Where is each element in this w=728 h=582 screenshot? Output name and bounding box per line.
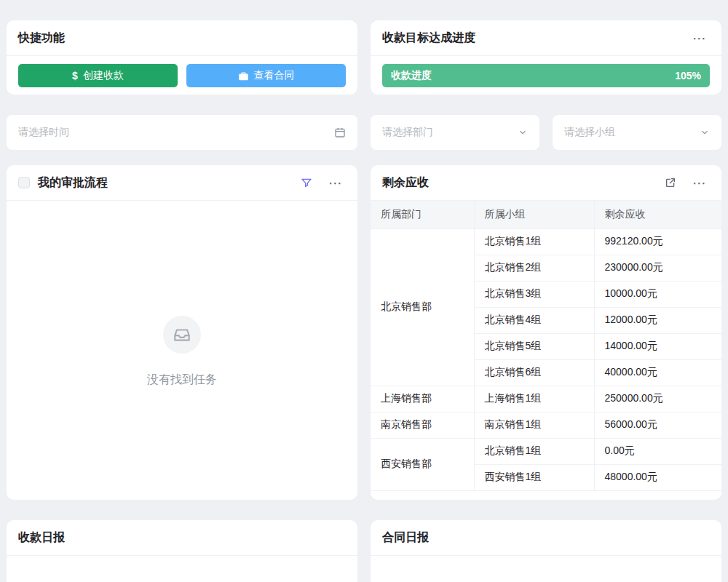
table-row: 北京销售部 北京销售1组 992120.00元	[371, 228, 721, 255]
calendar-icon	[334, 127, 346, 138]
group-cell: 北京销售1组	[474, 438, 594, 464]
more-icon[interactable]: ⋯	[689, 175, 710, 191]
view-contract-button[interactable]: 查看合同	[186, 64, 346, 87]
column-header-amount: 剩余应收	[594, 201, 721, 228]
quick-actions-card: 快捷功能 $ 创建收款 查看合同	[7, 20, 357, 95]
amount-cell: 48000.00元	[594, 464, 721, 490]
amount-cell: 250000.00元	[594, 386, 721, 412]
chevron-down-icon	[518, 127, 528, 137]
approvals-card: 我的审批流程 ⋯ 没有找到任务	[7, 165, 357, 500]
group-cell: 北京销售1组	[474, 228, 594, 255]
group-cell: 上海销售1组	[474, 386, 594, 412]
group-select[interactable]: 请选择小组	[553, 115, 721, 150]
time-picker-placeholder: 请选择时间	[18, 126, 334, 139]
quick-actions-body: $ 创建收款 查看合同	[7, 56, 357, 95]
dept-cell: 上海销售部	[371, 386, 474, 412]
receivables-table: 所属部门 所属小组 剩余应收 北京销售部 北京销售1组 992120.00元 北…	[371, 201, 721, 491]
progress-header: 收款目标达成进度 ⋯	[371, 20, 721, 56]
group-cell: 北京销售6组	[474, 359, 594, 386]
amount-cell: 0.00元	[594, 438, 721, 464]
filter-funnel-icon[interactable]	[298, 175, 315, 190]
payment-report-header: 收款日报	[7, 520, 357, 556]
group-cell: 北京销售4组	[474, 307, 594, 333]
progress-bar: 收款进度 105%	[382, 64, 710, 87]
progress-card: 收款目标达成进度 ⋯ 收款进度 105%	[371, 20, 721, 95]
quick-actions-header: 快捷功能	[7, 20, 357, 56]
top-row: 快捷功能 $ 创建收款 查看合同 收款目标达成进度 ⋯	[7, 20, 721, 95]
create-payment-label: 创建收款	[83, 69, 124, 82]
dept-cell: 南京销售部	[371, 412, 474, 438]
department-select-placeholder: 请选择部门	[382, 126, 518, 139]
progress-bar-label: 收款进度	[391, 69, 432, 82]
bottom-row: 收款日报 合同日报	[7, 520, 721, 582]
progress-bar-value: 105%	[675, 70, 701, 81]
payment-report-title: 收款日报	[18, 530, 65, 546]
amount-cell: 40000.00元	[594, 359, 721, 386]
select-pair: 请选择部门 请选择小组	[371, 115, 721, 150]
amount-cell: 12000.00元	[594, 307, 721, 333]
receivables-title: 剩余应收	[382, 175, 429, 191]
table-row: 南京销售部 南京销售1组 56000.00元	[371, 412, 721, 438]
group-select-placeholder: 请选择小组	[564, 126, 700, 139]
dept-cell: 西安销售部	[371, 438, 474, 490]
receivables-header: 剩余应收 ⋯	[371, 165, 721, 201]
group-cell: 南京销售1组	[474, 412, 594, 438]
payment-report-card: 收款日报	[7, 520, 357, 582]
group-cell: 北京销售2组	[474, 255, 594, 281]
group-cell: 北京销售5组	[474, 333, 594, 359]
select-all-checkbox[interactable]	[18, 177, 30, 188]
table-row: 上海销售部 上海销售1组 250000.00元	[371, 386, 721, 412]
filter-row: 请选择时间 请选择部门 请选择小组	[7, 115, 721, 150]
empty-inbox-icon	[163, 316, 201, 354]
amount-cell: 10000.00元	[594, 281, 721, 307]
group-cell: 西安销售1组	[474, 464, 594, 490]
amount-cell: 14000.00元	[594, 333, 721, 359]
approvals-header: 我的审批流程 ⋯	[7, 165, 357, 201]
more-icon[interactable]: ⋯	[689, 30, 710, 47]
progress-title: 收款目标达成进度	[382, 31, 475, 46]
approvals-title: 我的审批流程	[38, 175, 108, 191]
chevron-down-icon	[700, 127, 710, 137]
create-payment-button[interactable]: $ 创建收款	[18, 64, 178, 87]
view-contract-label: 查看合同	[254, 69, 295, 82]
amount-cell: 230000.00元	[594, 255, 721, 281]
amount-cell: 56000.00元	[594, 412, 721, 438]
contract-report-card: 合同日报	[371, 520, 721, 582]
progress-body: 收款进度 105%	[371, 56, 721, 95]
amount-cell: 992120.00元	[594, 228, 721, 255]
time-picker-input[interactable]: 请选择时间	[7, 115, 357, 150]
briefcase-icon	[238, 71, 249, 81]
contract-report-header: 合同日报	[371, 520, 721, 556]
table-header-row: 所属部门 所属小组 剩余应收	[371, 201, 721, 228]
dept-cell: 北京销售部	[371, 228, 474, 386]
dollar-icon: $	[72, 70, 78, 81]
column-header-dept: 所属部门	[371, 201, 474, 228]
open-external-icon[interactable]	[662, 175, 679, 190]
approvals-empty-state: 没有找到任务	[7, 201, 357, 500]
contract-report-title: 合同日报	[382, 530, 429, 546]
quick-actions-title: 快捷功能	[18, 31, 65, 46]
dashboard-page: 快捷功能 $ 创建收款 查看合同 收款目标达成进度 ⋯	[0, 0, 728, 582]
more-icon[interactable]: ⋯	[325, 175, 346, 191]
receivables-card: 剩余应收 ⋯ 所属部门 所属小组 剩余应收	[371, 165, 721, 500]
main-row: 我的审批流程 ⋯ 没有找到任务 剩余应收	[7, 165, 721, 500]
empty-state-text: 没有找到任务	[147, 372, 217, 388]
table-row: 西安销售部 北京销售1组 0.00元	[371, 438, 721, 464]
column-header-group: 所属小组	[474, 201, 594, 228]
group-cell: 北京销售3组	[474, 281, 594, 307]
department-select[interactable]: 请选择部门	[371, 115, 539, 150]
